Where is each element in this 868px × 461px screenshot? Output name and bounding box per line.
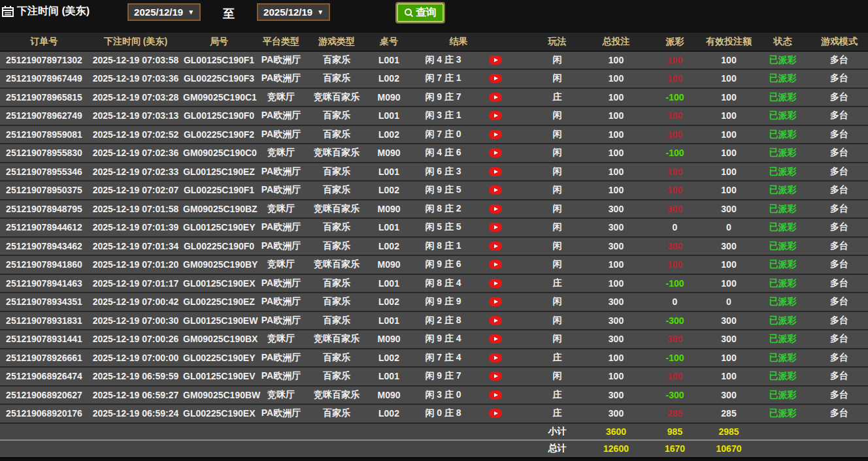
replay-play-icon[interactable] — [489, 260, 502, 269]
bet-records-table: 订单号下注时间 (美东)局号平台类型游戏类型桌号结果玩法总投注派彩有效投注额状态… — [0, 33, 868, 458]
cell-bet-time: 2025-12-19 07:01:17 — [88, 274, 183, 293]
result-text: 闲 4 庄 6 — [412, 147, 475, 159]
cell-order-id: 251219078943462 — [0, 237, 88, 256]
cell-game-mode: 多台 — [810, 349, 868, 368]
result-text: 闲 9 庄 7 — [412, 370, 475, 382]
cell-platform: PA欧洲厅 — [255, 218, 307, 237]
filter-label: 下注时间 (美东) — [2, 5, 90, 18]
replay-play-icon[interactable] — [489, 390, 502, 400]
cell-bet-time: 2025-12-19 07:03:36 — [88, 69, 183, 88]
cell-total-bet: 100 — [585, 106, 647, 125]
cell-platform: PA欧洲厅 — [255, 69, 307, 88]
replay-play-icon[interactable] — [489, 242, 502, 251]
cell-result: 闲 2 庄 8 — [412, 311, 529, 330]
calendar-icon — [2, 6, 14, 17]
replay-play-icon[interactable] — [489, 56, 502, 65]
result-text: 闲 3 庄 0 — [412, 389, 475, 401]
col-header-game-mode: 游戏模式 — [810, 33, 868, 51]
cell-game-type: 竞咪百家乐 — [307, 255, 366, 274]
cell-round-id: GL00225C190F0 — [183, 237, 255, 256]
cell-total-bet: 100 — [585, 69, 647, 88]
query-button[interactable]: 查询 — [397, 3, 444, 22]
col-header-status: 状态 — [755, 33, 810, 51]
replay-play-icon[interactable] — [489, 148, 502, 157]
cell-bet-time: 2025-12-19 07:01:34 — [88, 237, 183, 256]
table-row: 2512190789503752025-12-19 07:02:07GL0022… — [0, 181, 868, 200]
replay-play-icon[interactable] — [489, 74, 502, 83]
cell-game-type: 百家乐 — [307, 106, 366, 125]
subtotal-total-bet: 3600 — [585, 423, 647, 441]
cell-status: 已派彩 — [755, 311, 810, 330]
cell-game-mode: 多台 — [810, 125, 868, 144]
replay-play-icon[interactable] — [489, 353, 502, 362]
cell-game-type: 百家乐 — [307, 274, 366, 293]
cell-total-bet: 300 — [585, 293, 647, 311]
replay-play-icon[interactable] — [489, 279, 502, 288]
cell-bet-time: 2025-12-19 07:00:42 — [88, 293, 183, 311]
cell-status: 已派彩 — [755, 293, 810, 311]
cell-total-bet: 300 — [585, 311, 647, 330]
replay-play-icon[interactable] — [489, 185, 502, 195]
cell-game-type: 百家乐 — [307, 349, 366, 368]
cell-bet-time: 2025-12-19 07:01:58 — [88, 200, 183, 219]
cell-platform: PA欧洲厅 — [255, 106, 307, 125]
cell-valid-bet: 100 — [703, 367, 755, 386]
result-text: 闲 9 庄 5 — [412, 184, 475, 196]
cell-game-mode: 多台 — [810, 200, 868, 219]
cell-bet-time: 2025-12-19 07:02:07 — [88, 181, 183, 200]
cell-bet-side: 庄 — [529, 404, 585, 423]
cell-status: 已派彩 — [755, 125, 810, 144]
cell-status: 已派彩 — [755, 330, 810, 349]
replay-play-icon[interactable] — [489, 334, 502, 343]
date-to-select[interactable]: 2025/12/19 ▼ — [257, 3, 330, 21]
total-mode-empty — [810, 440, 868, 458]
cell-table-no: M090 — [366, 386, 412, 405]
cell-order-id: 251219068920627 — [0, 386, 88, 405]
table-row: 2512190789318312025-12-19 07:00:30GL0012… — [0, 311, 868, 330]
cell-table-no: L002 — [366, 69, 412, 88]
result-text: 闲 8 庄 2 — [412, 203, 475, 215]
cell-platform: PA欧洲厅 — [255, 163, 307, 182]
result-text: 闲 7 庄 0 — [412, 129, 475, 140]
cell-total-bet: 100 — [585, 163, 647, 182]
bet-table-body: 2512190789713022025-12-19 07:03:58GL0012… — [0, 51, 868, 458]
cell-game-mode: 多台 — [810, 181, 868, 200]
replay-play-icon[interactable] — [489, 316, 502, 325]
table-row: 2512190789487952025-12-19 07:01:58GM0902… — [0, 200, 868, 219]
search-icon — [404, 8, 414, 18]
cell-valid-bet: 100 — [703, 349, 755, 368]
subtotal-spacer — [0, 423, 529, 441]
replay-play-icon[interactable] — [489, 372, 502, 381]
replay-play-icon[interactable] — [489, 111, 502, 120]
cell-bet-side: 闲 — [529, 163, 585, 182]
total-label: 总计 — [529, 440, 585, 458]
col-header-valid-bet: 有效投注额 — [703, 33, 755, 51]
date-from-select[interactable]: 2025/12/19 ▼ — [127, 3, 201, 21]
table-row: 2512190789658152025-12-19 07:03:28GM0902… — [0, 88, 868, 107]
cell-game-mode: 多台 — [810, 274, 868, 293]
cell-status: 已派彩 — [755, 349, 810, 368]
replay-play-icon[interactable] — [489, 204, 502, 214]
cell-round-id: GL00125C190F0 — [183, 106, 255, 125]
subtotal-label: 小计 — [529, 423, 585, 441]
replay-play-icon[interactable] — [489, 167, 502, 176]
cell-result: 闲 9 庄 7 — [412, 367, 529, 386]
cell-payout: 100 — [647, 106, 703, 125]
replay-play-icon[interactable] — [489, 93, 502, 102]
cell-order-id: 251219078931831 — [0, 311, 88, 330]
cell-result: 闲 7 庄 0 — [412, 125, 529, 144]
table-row: 2512190689206272025-12-19 06:59:27GM0902… — [0, 386, 868, 405]
replay-play-icon[interactable] — [489, 409, 502, 418]
cell-order-id: 251219078967449 — [0, 69, 88, 88]
cell-payout: 285 — [647, 404, 703, 423]
replay-play-icon[interactable] — [489, 130, 502, 139]
col-header-order-id: 订单号 — [0, 33, 88, 51]
table-row: 2512190789713022025-12-19 07:03:58GL0012… — [0, 51, 868, 69]
cell-round-id: GL00225C190EX — [183, 404, 255, 423]
table-row: 2512190789414632025-12-19 07:01:17GL0012… — [0, 274, 868, 293]
cell-payout: 100 — [647, 255, 703, 274]
cell-result: 闲 5 庄 5 — [412, 218, 529, 237]
cell-platform: 竞咪厅 — [255, 88, 307, 107]
replay-play-icon[interactable] — [489, 223, 502, 232]
replay-play-icon[interactable] — [489, 297, 502, 306]
